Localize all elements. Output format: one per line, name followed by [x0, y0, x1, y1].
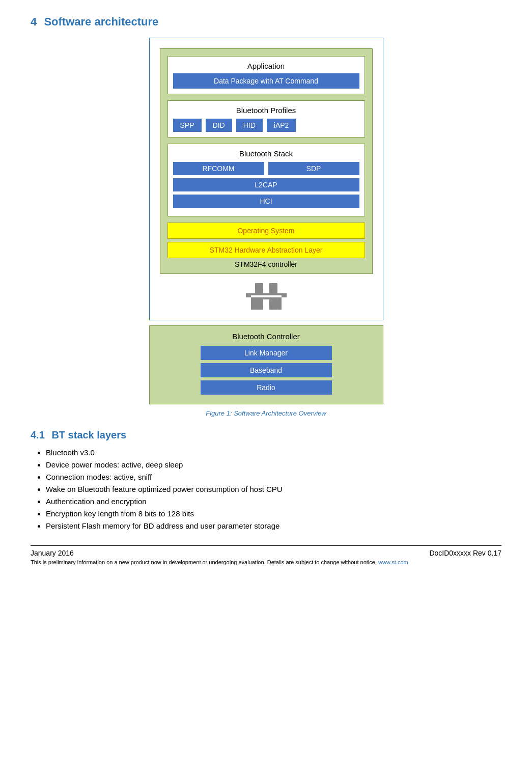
- bluetooth-controller-box: Bluetooth Controller Link Manager Baseba…: [149, 325, 383, 404]
- stack-hci: HCI: [173, 195, 359, 208]
- stm32-label: STM32F4 controller: [167, 260, 365, 268]
- controller-radio: Radio: [201, 380, 332, 395]
- list-item: Authentication and encryption: [46, 497, 501, 506]
- bullet-list: Bluetooth v3.0 Device power modes: activ…: [46, 448, 501, 530]
- bluetooth-stack-block: Bluetooth Stack RFCOMM SDP L2CAP HCI: [167, 144, 365, 216]
- list-item: Device power modes: active, deep sleep: [46, 460, 501, 469]
- footer-note: This is preliminary information on a new…: [31, 559, 501, 565]
- list-item: Persistent Flash memory for BD address a…: [46, 521, 501, 530]
- svg-rect-4: [255, 299, 263, 310]
- hal-block: STM32 Hardware Abstraction Layer: [167, 242, 365, 258]
- data-package-button: Data Package with AT Command: [173, 73, 359, 89]
- subsection-number: 4.1: [31, 429, 45, 440]
- footer-doc-id: DocID0xxxxx Rev 0.17: [429, 549, 501, 557]
- operating-system-block: Operating System: [167, 223, 365, 239]
- application-label: Application: [173, 62, 359, 70]
- diagram-outer-box: Application Data Package with AT Command…: [149, 38, 383, 320]
- bluetooth-stack-label: Bluetooth Stack: [173, 149, 359, 158]
- profile-iap2: iAP2: [267, 119, 296, 132]
- stack-sdp: SDP: [268, 162, 359, 175]
- bluetooth-profiles-block: Bluetooth Profiles SPP DID HID iAP2: [167, 100, 365, 137]
- section-title: Software architecture: [44, 15, 158, 28]
- profile-did: DID: [206, 119, 232, 132]
- page-footer: January 2016 DocID0xxxxx Rev 0.17 This i…: [31, 545, 501, 565]
- section-heading: 4 Software architecture: [31, 15, 501, 29]
- connector-arrow-svg: [241, 283, 292, 310]
- list-item: Bluetooth v3.0: [46, 448, 501, 457]
- bluetooth-profiles-label: Bluetooth Profiles: [173, 106, 359, 115]
- section-number: 4: [31, 15, 37, 28]
- profile-hid: HID: [236, 119, 263, 132]
- svg-rect-5: [269, 299, 277, 310]
- footer-date: January 2016: [31, 549, 74, 557]
- list-item: Encryption key length from 8 bits to 128…: [46, 509, 501, 518]
- list-item: Wake on Bluetooth feature optimized powe…: [46, 485, 501, 493]
- arrow-connector: [160, 283, 373, 310]
- profile-spp: SPP: [173, 119, 202, 132]
- subsection-title: BT stack layers: [51, 429, 126, 440]
- stack-l2cap: L2CAP: [173, 178, 359, 191]
- list-item: Connection modes: active, sniff: [46, 473, 501, 481]
- profiles-row: SPP DID HID iAP2: [173, 119, 359, 132]
- rfcomm-sdp-row: RFCOMM SDP: [173, 162, 359, 175]
- software-architecture-diagram: Application Data Package with AT Command…: [31, 38, 501, 404]
- svg-rect-0: [255, 283, 263, 293]
- controller-link-manager: Link Manager: [201, 346, 332, 360]
- footer-link[interactable]: www.st.com: [378, 559, 408, 565]
- subsection-heading: 4.1 BT stack layers: [31, 429, 501, 441]
- controller-baseband: Baseband: [201, 363, 332, 377]
- bluetooth-controller-label: Bluetooth Controller: [157, 332, 376, 341]
- stack-rfcomm: RFCOMM: [173, 162, 264, 175]
- stm32-controller-box: Application Data Package with AT Command…: [160, 48, 373, 274]
- footer-main-row: January 2016 DocID0xxxxx Rev 0.17: [31, 549, 501, 557]
- svg-rect-1: [269, 283, 277, 293]
- figure-caption: Figure 1: Software Architecture Overview: [31, 409, 501, 417]
- svg-marker-2: [246, 293, 287, 297]
- application-block: Application Data Package with AT Command: [167, 56, 365, 94]
